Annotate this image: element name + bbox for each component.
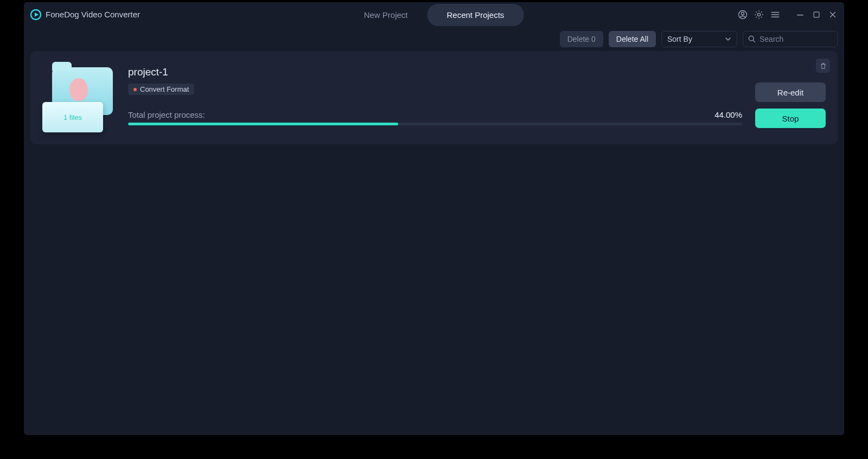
tabs: New Project Recent Projects (344, 4, 524, 26)
button-label: Delete 0 (567, 35, 596, 43)
project-type-tag: Convert Format (128, 84, 194, 95)
stop-button[interactable]: Stop (755, 109, 826, 128)
window-controls (737, 2, 839, 27)
button-label: Delete All (616, 35, 648, 43)
delete-selected-button[interactable]: Delete 0 (560, 31, 603, 47)
search-input[interactable] (760, 35, 844, 43)
project-actions: Re-edit Stop (755, 78, 826, 132)
svg-rect-5 (814, 12, 819, 17)
progress-caption: Total project process: (128, 110, 205, 119)
window-minimize-icon[interactable] (794, 9, 806, 21)
tab-new-project[interactable]: New Project (344, 4, 427, 26)
toolbar: Delete 0 Delete All Sort By (24, 27, 844, 51)
svg-point-3 (742, 12, 744, 15)
tab-recent-projects[interactable]: Recent Projects (427, 4, 524, 26)
search-box[interactable] (743, 31, 838, 47)
files-count-label: 1 files (63, 113, 82, 122)
project-card: 1 files project-1 Convert Format Total p… (30, 51, 838, 144)
trash-icon (819, 62, 827, 70)
progress-row: Total project process: 44.00% (128, 110, 742, 125)
content-area: 1 files project-1 Convert Format Total p… (24, 51, 844, 435)
progress-percent: 44.00% (714, 110, 742, 119)
settings-gear-icon[interactable] (753, 9, 765, 21)
project-type-label: Convert Format (140, 85, 189, 93)
tab-label: New Project (364, 10, 408, 20)
svg-marker-1 (35, 12, 39, 17)
brand: FoneDog Video Converter (30, 9, 140, 20)
titlebar: FoneDog Video Converter New Project Rece… (24, 2, 844, 27)
progress-bar (128, 123, 742, 125)
project-title: project-1 (128, 66, 742, 78)
app-logo-icon (30, 9, 41, 20)
app-title: FoneDog Video Converter (46, 10, 140, 19)
project-thumbnail: 1 files (42, 67, 115, 132)
svg-point-4 (757, 13, 760, 16)
delete-project-button[interactable] (816, 59, 830, 73)
window-maximize-icon[interactable] (810, 9, 822, 21)
progress-bar-fill (128, 123, 398, 125)
status-dot-icon (133, 88, 137, 91)
account-icon[interactable] (737, 9, 749, 21)
svg-point-6 (749, 36, 754, 41)
button-label: Re-edit (777, 88, 803, 97)
search-icon (748, 35, 756, 43)
hamburger-menu-icon[interactable] (769, 9, 781, 21)
sort-by-label: Sort By (667, 35, 692, 43)
reedit-button[interactable]: Re-edit (755, 82, 826, 102)
project-info: project-1 Convert Format Total project p… (128, 61, 742, 132)
sort-by-dropdown[interactable]: Sort By (661, 31, 737, 47)
thumbnail-glyph-icon (69, 78, 88, 101)
tab-label: Recent Projects (446, 10, 504, 20)
folder-front-icon: 1 files (42, 102, 103, 132)
chevron-down-icon (725, 36, 731, 42)
button-label: Stop (782, 114, 799, 123)
window-close-icon[interactable] (827, 9, 839, 21)
delete-all-button[interactable]: Delete All (609, 31, 656, 47)
